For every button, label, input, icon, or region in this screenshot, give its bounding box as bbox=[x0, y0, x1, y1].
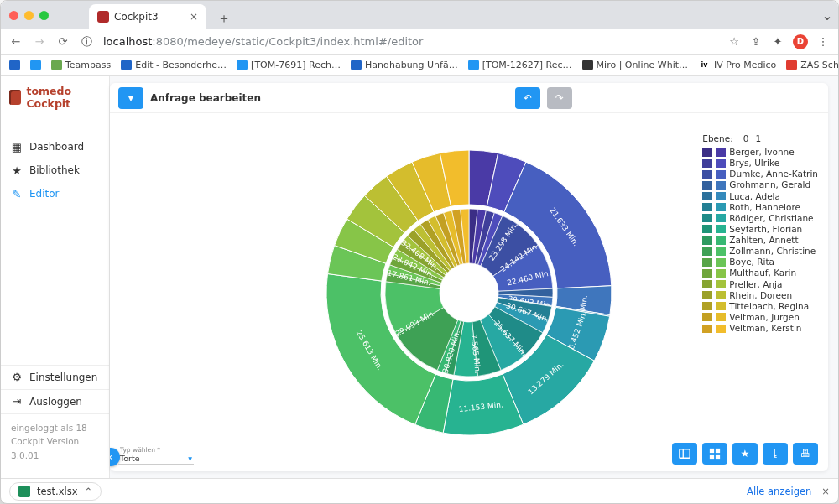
extensions-icon[interactable]: ✦ bbox=[771, 35, 784, 49]
legend-swatch-1 bbox=[716, 258, 726, 267]
window-controls[interactable] bbox=[9, 11, 49, 20]
legend-row[interactable]: Brys, Ulrike bbox=[702, 158, 818, 169]
minimize-icon[interactable] bbox=[24, 11, 34, 20]
legend-row[interactable]: Luca, Adela bbox=[702, 191, 818, 202]
legend-swatch-1 bbox=[716, 159, 726, 168]
show-all-downloads-link[interactable]: Alle anzeigen bbox=[747, 486, 811, 497]
site-info-icon[interactable]: ⓘ bbox=[80, 35, 93, 49]
url-field[interactable]: localhost:8080/medeye/static/Cockpit3/in… bbox=[103, 35, 717, 48]
legend-swatch-1 bbox=[716, 247, 726, 256]
action-favorite-button[interactable]: ★ bbox=[732, 443, 758, 465]
bookmarks-bar: TeampassEdit - Besonderhe…[TOM-7691] Rec… bbox=[1, 55, 838, 76]
sidebar-item-logout[interactable]: ⇥ Ausloggen bbox=[1, 390, 109, 414]
close-shelf-icon[interactable]: × bbox=[821, 486, 830, 497]
dropdown-button[interactable]: ▾ bbox=[118, 87, 143, 109]
pencil-icon: ✎ bbox=[11, 188, 23, 200]
tabs-overflow-icon[interactable]: ⌄ bbox=[816, 8, 838, 23]
legend-label: Dumke, Anne-Katrin bbox=[729, 169, 818, 179]
bookmark-item[interactable]: [TOM-12627] Rec… bbox=[468, 60, 572, 70]
legend-label: Veltman, Kerstin bbox=[729, 323, 801, 334]
close-icon[interactable] bbox=[9, 11, 18, 20]
chart-type-value: Torte bbox=[120, 454, 139, 463]
sidebar-item-editor[interactable]: ✎ Editor bbox=[1, 182, 109, 205]
version-label: Cockpit Version 3.0.01 bbox=[11, 434, 99, 463]
download-chip[interactable]: test.xlsx ⌃ bbox=[9, 482, 102, 501]
bookmark-item[interactable]: Miro | Online Whit… bbox=[582, 60, 688, 70]
legend-row[interactable]: Preller, Anja bbox=[702, 279, 818, 290]
action-print-button[interactable]: 🖶 bbox=[793, 443, 818, 465]
new-tab-button[interactable]: ＋ bbox=[213, 8, 235, 29]
sidebar-item-dashboard[interactable]: ▦ Dashboard bbox=[1, 135, 109, 158]
svg-rect-0 bbox=[680, 449, 690, 459]
bookmark-star-icon[interactable]: ☆ bbox=[727, 35, 741, 49]
chevron-up-icon[interactable]: ⌃ bbox=[85, 486, 93, 497]
action-grid-button[interactable] bbox=[702, 443, 727, 465]
bookmark-label: Edit - Besonderhe… bbox=[135, 60, 227, 70]
legend-swatch-0 bbox=[702, 302, 712, 310]
legend-swatch-1 bbox=[716, 181, 726, 190]
action-sidebar-button[interactable] bbox=[672, 443, 697, 465]
bookmark-item[interactable]: ZAS Schweiz (AH… bbox=[786, 60, 838, 70]
legend-swatch-0 bbox=[702, 203, 712, 211]
bookmark-icon bbox=[351, 60, 362, 70]
bookmark-label: [TOM-12627] Rec… bbox=[482, 60, 572, 70]
legend-row[interactable]: Rödiger, Christiane bbox=[702, 213, 818, 224]
share-icon[interactable]: ⇪ bbox=[749, 35, 763, 49]
legend-row[interactable]: Veltman, Kerstin bbox=[702, 323, 818, 334]
legend-swatch-0 bbox=[702, 192, 712, 200]
bookmark-icon bbox=[786, 60, 797, 70]
sidebar-item-label: Editor bbox=[29, 188, 60, 200]
maximize-icon[interactable] bbox=[39, 11, 49, 20]
legend-title: Ebene: bbox=[702, 133, 732, 143]
legend-row[interactable]: Zahlten, Annett bbox=[702, 235, 818, 246]
back-icon[interactable]: ← bbox=[9, 35, 23, 49]
pie-chart[interactable]: 21.633 Min.23.298 Min.24.142 Min.22.460 … bbox=[284, 133, 654, 452]
dashboard-icon: ▦ bbox=[11, 141, 23, 153]
redo-button[interactable]: ↷ bbox=[547, 87, 572, 109]
legend-label: Luca, Adela bbox=[729, 191, 780, 202]
legend-row[interactable]: Grohmann, Gerald bbox=[702, 179, 818, 190]
legend-row[interactable]: Roth, Hannelore bbox=[702, 202, 818, 213]
legend-label: Zollmann, Christine bbox=[729, 246, 816, 257]
legend-label: Seyfarth, Florian bbox=[729, 224, 802, 235]
bookmark-label: Miro | Online Whit… bbox=[597, 60, 688, 70]
legend-row[interactable]: Seyfarth, Florian bbox=[702, 224, 818, 235]
bookmark-icon bbox=[30, 60, 41, 70]
profile-avatar[interactable]: D bbox=[793, 34, 808, 49]
chevron-down-icon: ▾ bbox=[188, 454, 192, 463]
bookmark-label: [TOM-7691] Rech… bbox=[251, 60, 341, 70]
tab-close-icon[interactable]: × bbox=[190, 11, 198, 23]
forward-icon[interactable]: → bbox=[33, 35, 46, 49]
action-download-button[interactable]: ⭳ bbox=[763, 443, 788, 465]
url-bar: ← → ⟳ ⓘ localhost:8080/medeye/static/Coc… bbox=[1, 29, 838, 55]
menu-icon[interactable]: ⋮ bbox=[816, 35, 830, 49]
legend-label: Veltman, Jürgen bbox=[729, 312, 800, 323]
legend-row[interactable]: Dumke, Anne-Katrin bbox=[702, 169, 818, 179]
legend-swatch-1 bbox=[716, 203, 726, 211]
legend-row[interactable]: Berger, Ivonne bbox=[702, 147, 818, 158]
bookmark-item[interactable]: Handhabung Unfä… bbox=[351, 60, 458, 70]
bookmark-item[interactable] bbox=[9, 60, 20, 70]
legend-swatch-1 bbox=[716, 148, 726, 157]
legend-row[interactable]: Boye, Rita bbox=[702, 257, 818, 268]
tab-cockpit[interactable]: Cockpit3 × bbox=[89, 4, 206, 29]
undo-button[interactable]: ↶ bbox=[515, 87, 540, 109]
legend-swatch-1 bbox=[716, 280, 726, 288]
bookmark-label: Handhabung Unfä… bbox=[365, 60, 458, 70]
reload-icon[interactable]: ⟳ bbox=[56, 35, 70, 49]
bookmark-item[interactable]: Edit - Besonderhe… bbox=[121, 60, 227, 70]
legend-row[interactable]: Rhein, Doreen bbox=[702, 290, 818, 301]
legend-row[interactable]: Multhauf, Karin bbox=[702, 268, 818, 278]
bookmark-item[interactable] bbox=[30, 60, 41, 70]
legend-row[interactable]: Tittelbach, Regina bbox=[702, 301, 818, 312]
editor-toolbar: ▾ Anfrage bearbeiten ↶ ↷ bbox=[110, 83, 828, 113]
sidebar-item-settings[interactable]: ⚙ Einstellungen bbox=[1, 366, 109, 390]
sidebar-item-bibliothek[interactable]: ★ Bibliothek bbox=[1, 158, 109, 182]
legend: Ebene: 0 1 Berger, IvonneBrys, UlrikeDum… bbox=[702, 133, 818, 334]
chart-type-select[interactable]: Typ wählen * Torte ▾ bbox=[118, 445, 194, 465]
bookmark-item[interactable]: Teampass bbox=[51, 60, 111, 70]
legend-row[interactable]: Zollmann, Christine bbox=[702, 246, 818, 257]
bookmark-item[interactable]: ivIV Pro Medico bbox=[698, 60, 776, 70]
legend-row[interactable]: Veltman, Jürgen bbox=[702, 312, 818, 323]
bookmark-item[interactable]: [TOM-7691] Rech… bbox=[237, 60, 341, 70]
